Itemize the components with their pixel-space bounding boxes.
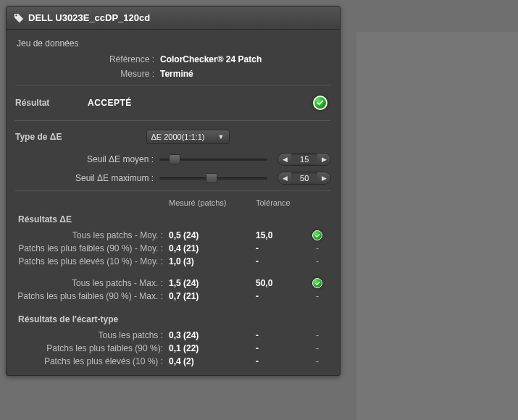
panel-title: DELL U3023E_ccDP_120cd (28, 12, 150, 23)
row-tolerance: - (256, 329, 306, 342)
stepper-decrement-button[interactable]: ◀ (278, 153, 291, 166)
row-status: - (306, 290, 328, 303)
table-row: Patchs les plus élevés (10 %) :0,4 (2)-- (15, 355, 331, 368)
row-status: - (306, 242, 328, 255)
max-threshold-label: Seuil ΔE maximum : (15, 173, 159, 183)
avg-threshold-label: Seuil ΔE moyen : (15, 154, 159, 164)
stepper-increment-button[interactable]: ▶ (317, 172, 330, 185)
row-tolerance: - (256, 342, 306, 355)
row-label: Patchs les plus faibles (90 %) - Moy. : (15, 242, 169, 255)
row-measured: 1,5 (24) (169, 277, 256, 290)
table-row: Patchs les plus faibles (90 %) - Moy. :0… (15, 242, 331, 255)
table-row: Patchs les plus faibles (90 %):0,1 (22)-… (15, 342, 331, 355)
row-measured: 0,1 (22) (169, 342, 256, 355)
row-label: Patchs les plus faibles (90 %): (15, 342, 169, 355)
results-table-header: Mesuré (patchs) Tolérance (15, 198, 331, 207)
check-icon (312, 230, 322, 240)
settings-panel: DELL U3023E_ccDP_120cd Jeu de données Ré… (6, 6, 341, 376)
row-label: Tous les patchs : (15, 329, 169, 342)
max-threshold-value: 50 (291, 174, 317, 182)
avg-threshold-slider[interactable] (159, 154, 267, 164)
row-label: Tous les patchs - Moy. : (15, 229, 169, 242)
de-type-selected: ΔE 2000(1:1:1) (151, 133, 205, 141)
check-icon (313, 96, 327, 110)
check-icon (312, 278, 322, 288)
avg-threshold-value: 15 (291, 155, 317, 164)
row-measured: 0,3 (24) (169, 329, 256, 342)
header-tolerance: Tolérance (256, 198, 321, 207)
stepper-increment-button[interactable]: ▶ (317, 153, 330, 166)
reference-value: ColorChecker® 24 Patch (160, 54, 262, 64)
preview-pane (356, 32, 518, 420)
row-label: Tous les patchs - Max. : (15, 277, 169, 290)
table-row: Patchs les plus élevés (10 %) - Moy. :1,… (15, 255, 331, 268)
de-type-label: Type de ΔE (15, 132, 88, 142)
row-status (306, 230, 328, 240)
std-results-title: Résultats de l'écart-type (18, 314, 331, 324)
row-measured: 0,4 (21) (169, 242, 256, 255)
row-tolerance: - (256, 242, 306, 255)
avg-threshold-stepper: ◀ 15 ▶ (277, 153, 331, 166)
max-threshold-slider[interactable] (159, 173, 267, 183)
tag-icon (14, 13, 24, 23)
de-type-select[interactable]: ΔE 2000(1:1:1) ▼ (146, 130, 230, 144)
row-measured: 0,7 (21) (169, 290, 256, 303)
table-row: Tous les patchs :0,3 (24)-- (15, 329, 331, 342)
row-measured: 0,4 (2) (169, 355, 256, 368)
table-row: Patchs les plus faibles (90 %) - Max. :0… (15, 290, 331, 303)
row-status: - (306, 329, 328, 342)
row-status: - (306, 342, 328, 355)
slider-thumb[interactable] (206, 173, 217, 183)
max-threshold-stepper: ◀ 50 ▶ (277, 172, 331, 185)
result-label: Résultat (15, 98, 88, 108)
stepper-decrement-button[interactable]: ◀ (278, 172, 291, 185)
row-tolerance: - (256, 290, 306, 303)
row-tolerance: - (256, 255, 306, 268)
row-measured: 1,0 (3) (169, 255, 256, 268)
header-measured: Mesuré (patchs) (169, 198, 256, 207)
row-tolerance: 50,0 (256, 277, 306, 290)
row-tolerance: - (256, 355, 306, 368)
row-status: - (306, 355, 328, 368)
measure-value: Terminé (160, 69, 193, 79)
reference-label: Référence : (15, 54, 160, 64)
slider-thumb[interactable] (169, 154, 180, 164)
row-label: Patchs les plus élevés (10 %) : (15, 355, 169, 368)
panel-titlebar: DELL U3023E_ccDP_120cd (7, 7, 340, 30)
de-results-title: Résultats ΔE (18, 214, 331, 224)
chevron-down-icon: ▼ (218, 133, 225, 140)
result-value: ACCEPTÉ (88, 98, 309, 108)
table-row: Tous les patchs - Moy. :0,5 (24)15,0 (15, 229, 331, 242)
row-tolerance: 15,0 (256, 229, 306, 242)
row-label: Patchs les plus faibles (90 %) - Max. : (15, 290, 169, 303)
row-status: - (306, 255, 328, 268)
dataset-section-title: Jeu de données (17, 38, 331, 49)
row-label: Patchs les plus élevés (10 %) - Moy. : (15, 255, 169, 268)
measure-label: Mesure : (15, 69, 160, 79)
table-row: Tous les patchs - Max. :1,5 (24)50,0 (15, 277, 331, 290)
row-status (306, 278, 328, 288)
row-measured: 0,5 (24) (169, 229, 256, 242)
